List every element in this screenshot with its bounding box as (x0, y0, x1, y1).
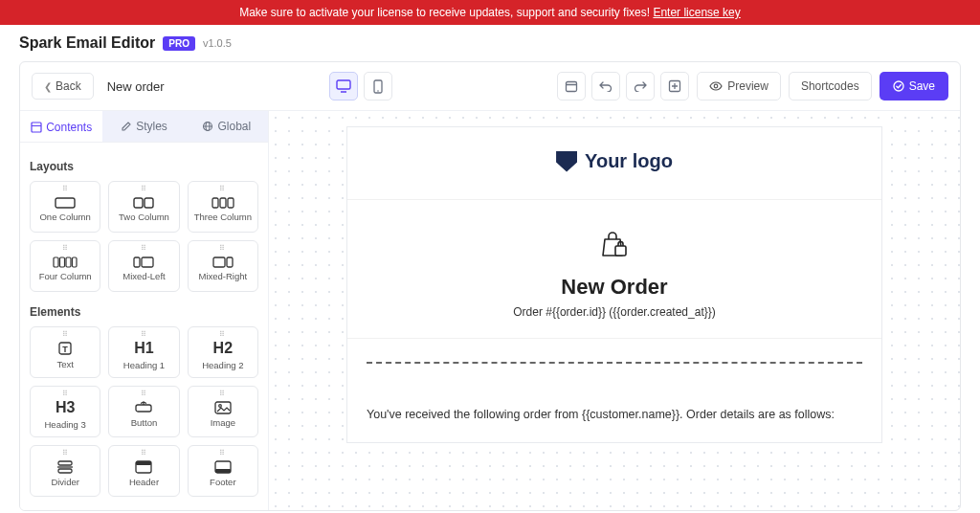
element-button[interactable]: ⠿ Button (108, 386, 179, 437)
drag-handle-icon: ⠿ (62, 390, 69, 398)
element-header[interactable]: ⠿ Header (108, 445, 179, 497)
desktop-view-button[interactable] (329, 72, 358, 100)
svg-point-10 (894, 81, 903, 91)
layout-three-column[interactable]: ⠿ Three Column (188, 181, 258, 233)
save-label: Save (909, 79, 935, 93)
element-heading-3[interactable]: ⠿ H3 Heading 3 (30, 386, 100, 437)
email-message: You've received the following order from… (347, 387, 881, 443)
logo-mark-icon (556, 151, 577, 172)
undo-button[interactable] (591, 72, 620, 100)
layout-mixed-left[interactable]: ⠿ Mixed-Left (108, 240, 179, 292)
shopping-bag-icon (597, 227, 632, 261)
calendar-button[interactable] (557, 72, 586, 100)
shortcodes-button[interactable]: Shortcodes (789, 72, 872, 100)
svg-point-3 (377, 90, 379, 92)
drag-handle-icon: ⠿ (219, 390, 226, 398)
element-heading-2[interactable]: ⠿ H2 Heading 2 (188, 326, 258, 378)
back-label: Back (56, 79, 81, 93)
layout-one-column[interactable]: ⠿ One Column (30, 181, 100, 233)
three-column-icon (212, 197, 234, 209)
drag-handle-icon: ⠿ (62, 330, 69, 339)
drag-handle-icon: ⠿ (62, 244, 69, 253)
svg-rect-27 (142, 257, 153, 267)
svg-rect-4 (567, 82, 577, 92)
svg-rect-17 (134, 198, 143, 208)
element-text[interactable]: ⠿ T Text (30, 326, 100, 378)
tab-contents[interactable]: Contents (20, 111, 102, 142)
element-footer[interactable]: ⠿ Footer (188, 445, 258, 497)
svg-rect-23 (60, 257, 65, 267)
element-image[interactable]: ⠿ Image (188, 386, 258, 437)
svg-point-34 (219, 405, 222, 408)
tab-global[interactable]: Global (186, 111, 268, 142)
back-button[interactable]: ❮ Back (32, 73, 94, 100)
svg-rect-20 (220, 198, 226, 208)
eye-icon (709, 81, 723, 91)
drag-handle-icon: ⠿ (219, 244, 226, 253)
drag-handle-icon: ⠿ (62, 449, 69, 457)
h1-icon: H1 (134, 340, 153, 357)
image-icon (214, 401, 232, 414)
code-button[interactable] (660, 72, 689, 100)
app-title: Spark Email Editor (19, 34, 155, 52)
svg-rect-11 (32, 123, 41, 132)
layout-icon (31, 122, 42, 133)
svg-rect-29 (227, 257, 233, 267)
sidebar: Contents Styles Global Layouts ⠿ One Col… (20, 111, 269, 510)
text-icon: T (57, 341, 73, 356)
shortcodes-label: Shortcodes (801, 79, 859, 93)
tab-styles[interactable]: Styles (102, 111, 185, 142)
toolbar: ❮ Back New order (20, 62, 960, 111)
h2-icon: H2 (213, 340, 233, 357)
svg-rect-21 (228, 198, 234, 208)
drag-handle-icon: ⠿ (141, 449, 147, 457)
chevron-left-icon: ❮ (44, 81, 52, 92)
svg-rect-22 (54, 257, 58, 267)
svg-rect-36 (58, 469, 72, 473)
check-circle-icon (893, 80, 904, 92)
drag-handle-icon: ⠿ (141, 390, 147, 398)
layout-mixed-right[interactable]: ⠿ Mixed-Right (188, 240, 258, 292)
save-button[interactable]: Save (880, 72, 948, 100)
header-icon (135, 460, 152, 474)
layout-four-column[interactable]: ⠿ Four Column (30, 240, 100, 292)
email-heading: New Order (347, 275, 881, 300)
mobile-view-button[interactable] (364, 72, 392, 100)
redo-button[interactable] (626, 72, 655, 100)
license-text: Make sure to activate your license to re… (239, 6, 653, 19)
drag-handle-icon: ⠿ (141, 330, 147, 339)
email-preview: Your logo New Order Order #{{order.id}} … (346, 126, 882, 443)
editor-canvas[interactable]: Your logo New Order Order #{{order.id}} … (269, 111, 960, 510)
drag-handle-icon: ⠿ (62, 185, 69, 193)
svg-rect-0 (337, 80, 350, 89)
svg-rect-41 (215, 469, 231, 473)
four-column-icon (53, 256, 78, 268)
sidebar-tabs: Contents Styles Global (20, 111, 268, 143)
drag-handle-icon: ⠿ (219, 330, 226, 339)
layout-two-column[interactable]: ⠿ Two Column (108, 181, 179, 233)
button-icon (135, 401, 152, 414)
mixed-right-icon (212, 256, 234, 268)
svg-rect-35 (58, 461, 72, 465)
email-subline: Order #{{order.id}} ({{order.created_at}… (347, 305, 881, 319)
app-header: Spark Email Editor PRO v1.0.5 (0, 25, 980, 61)
two-column-icon (133, 197, 154, 209)
element-heading-1[interactable]: ⠿ H1 Heading 1 (108, 326, 179, 378)
svg-rect-16 (56, 198, 75, 208)
svg-rect-26 (134, 257, 140, 267)
document-title: New order (107, 79, 165, 94)
elements-grid: ⠿ T Text ⠿ H1 Heading 1 ⠿ H2 Heading 2 ⠿… (30, 326, 258, 497)
svg-text:T: T (62, 345, 68, 354)
enter-license-link[interactable]: Enter license key (653, 6, 740, 19)
svg-rect-32 (136, 405, 151, 412)
drag-handle-icon: ⠿ (141, 244, 147, 253)
drag-handle-icon: ⠿ (219, 185, 226, 193)
element-divider[interactable]: ⠿ Divider (30, 445, 100, 497)
svg-rect-42 (615, 246, 626, 256)
footer-icon (214, 460, 232, 474)
email-order-section: New Order Order #{{order.id}} ({{order.c… (347, 200, 881, 339)
svg-point-9 (714, 84, 718, 88)
mixed-left-icon (133, 256, 154, 268)
layouts-grid: ⠿ One Column ⠿ Two Column ⠿ Three Column… (30, 181, 258, 292)
preview-button[interactable]: Preview (697, 72, 781, 100)
